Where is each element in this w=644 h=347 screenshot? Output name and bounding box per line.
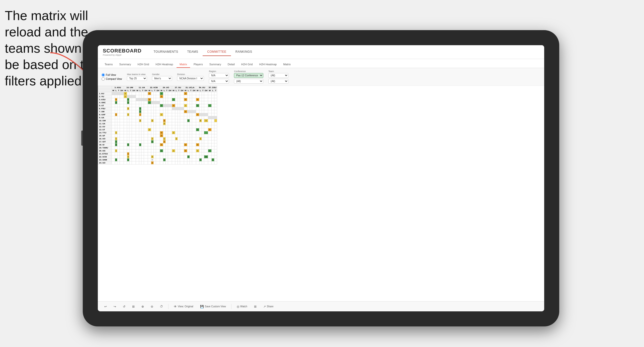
matrix-cell (141, 116, 144, 119)
team-select-1[interactable]: (All) (268, 73, 288, 78)
matrix-cell (192, 95, 196, 98)
conference-select-2[interactable]: (All) (234, 79, 263, 84)
matrix-cell (148, 158, 151, 161)
matrix-cell (156, 116, 160, 119)
matrix-cell (127, 146, 129, 149)
matrix-cell (129, 122, 132, 125)
matrix-cell (160, 107, 163, 110)
zoom-in-btn[interactable]: ⊕ (140, 304, 145, 309)
team-row-label: 13. UT (98, 128, 112, 131)
matrix-cell (144, 143, 148, 146)
subtab-players[interactable]: Players (191, 61, 206, 68)
subtab-matrix-2[interactable]: Matrix (280, 61, 294, 68)
matrix-cell (214, 140, 217, 143)
matrix-cell (166, 110, 168, 113)
matrix-cell (190, 125, 192, 128)
matrix-cell (156, 152, 160, 155)
matrix-cell (151, 107, 153, 110)
nav-teams[interactable]: TEAMS (183, 48, 203, 56)
matrix-cell (156, 104, 160, 107)
save-custom-btn[interactable]: 💾 Save Custom View (199, 304, 227, 309)
matrix-cell (136, 158, 139, 161)
matrix-cell (160, 137, 163, 140)
matrix-cell (180, 155, 184, 158)
team-row-label: 23. UNM (98, 158, 112, 161)
region-select-1[interactable]: N/A (209, 73, 229, 78)
table-row: 15. UF0 (98, 134, 217, 137)
matrix-cell (129, 116, 132, 119)
full-view-radio[interactable]: Full View (102, 73, 122, 77)
subtab-h2h-grid-1[interactable]: H2H Grid (134, 61, 152, 68)
redo-btn[interactable]: ↪ (112, 304, 118, 309)
matrix-cell (129, 107, 132, 110)
subtab-matrix-1[interactable]: Matrix (177, 61, 190, 68)
grid-btn[interactable]: ⊞ (253, 304, 258, 309)
matrix-cell: 0 (127, 158, 129, 161)
matrix-cell (187, 134, 190, 137)
watch-icon: ◎ (237, 305, 239, 308)
matrix-cell (211, 140, 214, 143)
matrix-cell (180, 128, 184, 131)
matrix-cell (180, 122, 184, 125)
matrix-cell (148, 104, 151, 107)
subtab-h2h-heatmap-1[interactable]: H2H Heatmap (152, 61, 176, 68)
matrix-cell (156, 98, 160, 101)
matrix-cell (156, 161, 160, 164)
matrix-cell (124, 110, 127, 113)
matrix-cell: 0 (151, 158, 153, 161)
matrix-cell: 0 (184, 92, 187, 95)
matrix-cell (180, 131, 184, 134)
watch-label: Watch (240, 305, 247, 308)
matrix-cell (136, 161, 139, 164)
compact-view-input[interactable] (102, 77, 105, 81)
subtab-h2h-grid-2[interactable]: H2H Grid (238, 61, 256, 68)
subtab-summary-1[interactable]: Summary (116, 61, 134, 68)
matrix-cell (115, 92, 117, 95)
undo-btn[interactable]: ↩ (103, 304, 108, 309)
view-original-btn[interactable]: 👁 View: Original (172, 304, 195, 309)
nav-committee[interactable]: COMMITTEE (203, 48, 231, 56)
matrix-cell (144, 98, 148, 101)
watch-btn[interactable]: ◎ Watch (235, 304, 249, 309)
full-view-input[interactable] (102, 73, 105, 77)
division-select[interactable]: NCAA Division I NCAA Division II NCAA Di… (177, 76, 204, 81)
matrix-cell (160, 146, 163, 149)
matrix-cell (211, 134, 214, 137)
matrix-cell (175, 104, 178, 107)
subtab-summary-2[interactable]: Summary (206, 61, 224, 68)
refresh-btn[interactable]: ⏱ (158, 304, 165, 309)
col-header-ucb: 22. UCB (148, 86, 160, 89)
conference-select-1[interactable]: Pac-12 Conference (All) (234, 73, 263, 78)
matrix-cell (208, 155, 212, 158)
region-select-2[interactable]: N/A (209, 79, 229, 84)
subtab-teams[interactable]: Teams (102, 61, 116, 68)
matrix-cell (160, 119, 163, 122)
col-header-su: 27. SU (172, 86, 184, 89)
matrix-cell (172, 122, 175, 125)
gender-select[interactable]: Men's Women's (152, 76, 172, 81)
share-btn[interactable]: ↗ Share (262, 304, 275, 309)
zoom-fit-btn[interactable]: ⊞ (131, 304, 136, 309)
matrix-cell (127, 149, 129, 152)
nav-rankings[interactable]: RANKINGS (231, 48, 257, 56)
matrix-cell (163, 161, 166, 164)
matrix-cell: 0 (184, 149, 187, 152)
matrix-cell (127, 110, 129, 113)
matrix-cell (112, 158, 115, 161)
subtab-detail[interactable]: Detail (225, 61, 238, 68)
matrix-cell (156, 155, 160, 158)
team-select-2[interactable]: (All) (268, 79, 288, 84)
matrix-cell (117, 92, 120, 95)
table-row: 16. UO12111 (98, 137, 217, 140)
matrix-cell (163, 152, 166, 155)
reset-btn[interactable]: ↺ (121, 304, 127, 309)
matrix-cell (184, 101, 187, 104)
matrix-cell (129, 155, 132, 158)
nav-tournaments[interactable]: TOURNAMENTS (149, 48, 183, 56)
matrix-cell (144, 92, 148, 95)
compact-view-radio[interactable]: Compact View (102, 77, 122, 81)
col-header-uu: 54. UU (196, 86, 208, 89)
zoom-out-btn[interactable]: ⊖ (149, 304, 155, 309)
subtab-h2h-heatmap-2[interactable]: H2H Heatmap (256, 61, 280, 68)
max-teams-select[interactable]: Top 25 Top 10 All (127, 76, 147, 81)
